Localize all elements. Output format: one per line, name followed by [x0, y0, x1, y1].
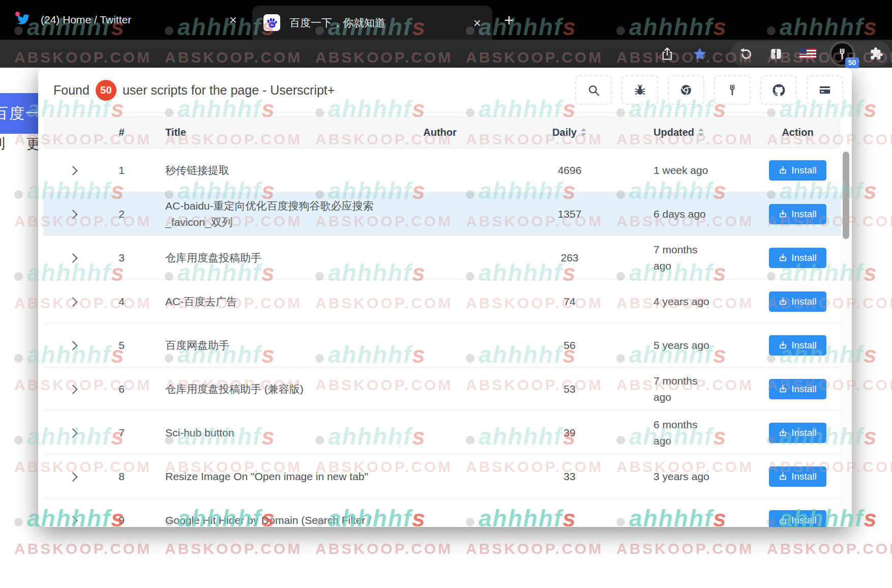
donate-card-button[interactable]	[807, 75, 843, 105]
svg-text:du: du	[270, 23, 274, 26]
scrollbar-thumb[interactable]	[843, 152, 849, 239]
expand-chevron-icon[interactable]	[68, 385, 77, 394]
install-button[interactable]: Install	[769, 291, 826, 312]
updated-ago: 1 week ago	[653, 162, 720, 179]
tab-title: (24) Home / Twitter	[41, 14, 131, 26]
header-daily-sort[interactable]: Daily	[552, 127, 587, 138]
install-download-icon	[779, 253, 787, 262]
bookmark-star-icon[interactable]	[692, 46, 708, 62]
header-updated-sort[interactable]: Updated	[653, 127, 720, 138]
twitter-bird-icon	[16, 13, 32, 26]
new-tab-button[interactable]: +	[498, 9, 520, 31]
install-label: Install	[791, 252, 817, 263]
header-title: Title	[140, 127, 394, 138]
expand-cell	[43, 471, 103, 483]
daily-installs: 4696	[486, 164, 653, 177]
install-button[interactable]: Install	[769, 510, 826, 527]
install-button[interactable]: Install	[769, 379, 826, 399]
install-button[interactable]: Install	[769, 204, 826, 224]
baidu-search-button-label: 百度一下	[0, 103, 42, 124]
popup-header: Found 50 user scripts for the page - Use…	[38, 68, 852, 113]
action-cell: Install	[720, 379, 841, 399]
expand-chevron-icon[interactable]	[68, 341, 77, 350]
expand-chevron-icon[interactable]	[68, 253, 77, 262]
table-row: 9 Google Hit Hider by Domain (Search Fil…	[43, 498, 841, 527]
found-label: Found	[53, 83, 90, 98]
install-label: Install	[791, 165, 817, 176]
script-title: AC-baidu-重定向优化百度搜狗谷歌必应搜索_favicon_双列	[140, 198, 394, 230]
expand-chevron-icon[interactable]	[68, 472, 77, 481]
daily-installs: 56	[486, 339, 653, 351]
row-index: 2	[103, 208, 140, 220]
install-download-icon	[779, 428, 787, 437]
script-title: 仓库用度盘投稿助手	[140, 250, 394, 266]
search-button[interactable]	[575, 75, 612, 105]
install-button[interactable]: Install	[769, 160, 826, 181]
table-row: 7 Sci-hub button 39 6 months ago Install	[43, 411, 841, 455]
script-title: Sci-hub button	[140, 425, 394, 441]
close-tab-icon[interactable]: ×	[227, 13, 239, 26]
install-download-icon	[779, 472, 787, 481]
script-title: Resize Image On "Open image in new tab"	[140, 468, 394, 485]
bug-report-button[interactable]	[621, 75, 658, 105]
action-cell: Install	[720, 335, 841, 356]
tab-title: 百度一下，你就知道	[289, 16, 385, 30]
row-index: 6	[103, 383, 140, 395]
install-label: Install	[791, 384, 817, 395]
install-label: Install	[791, 427, 817, 438]
action-cell: Install	[720, 248, 841, 268]
expand-chevron-icon[interactable]	[68, 166, 77, 175]
tab-twitter[interactable]: (24) Home / Twitter ×	[7, 5, 246, 35]
install-button[interactable]: Install	[769, 466, 826, 487]
table-row: 3 仓库用度盘投稿助手 263 7 months ago Install	[43, 236, 841, 280]
undo-extension-icon[interactable]	[737, 46, 753, 62]
expand-chevron-icon[interactable]	[68, 210, 77, 219]
install-download-icon	[779, 297, 787, 306]
header-action: Action	[769, 127, 826, 138]
script-title: 仓库用度盘投稿助手 (兼容版)	[140, 381, 394, 397]
install-button[interactable]: Install	[769, 423, 826, 443]
popup-title: Found 50 user scripts for the page - Use…	[53, 80, 335, 101]
close-tab-icon[interactable]: ×	[471, 16, 483, 30]
github-button[interactable]	[760, 75, 797, 105]
expand-chevron-icon[interactable]	[68, 428, 77, 437]
install-label: Install	[791, 515, 817, 526]
script-title: 秒传链接提取	[140, 162, 394, 179]
daily-installs: 263	[486, 252, 653, 264]
action-cell: Install	[720, 204, 841, 224]
chrome-store-button[interactable]	[668, 75, 704, 105]
updated-ago: 5 years ago	[653, 337, 720, 354]
userscript-popup: Found 50 user scripts for the page - Use…	[38, 68, 852, 527]
tab-baidu[interactable]: du 百度一下，你就知道 ×	[252, 6, 492, 40]
row-index: 7	[103, 427, 140, 439]
updated-ago: 4 years ago	[653, 293, 720, 310]
install-button[interactable]: Install	[769, 335, 826, 356]
expand-chevron-icon[interactable]	[68, 297, 77, 306]
userscript-plus-fork-icon[interactable]: 50	[831, 43, 853, 65]
action-cell: Install	[720, 423, 841, 443]
install-button[interactable]: Install	[769, 248, 826, 268]
expand-cell	[43, 208, 103, 220]
updated-ago: 7 months ago	[653, 373, 720, 405]
fork-button[interactable]	[714, 75, 751, 105]
expand-chevron-icon[interactable]	[68, 516, 77, 525]
book-extension-icon[interactable]	[768, 46, 784, 62]
expand-cell	[43, 383, 103, 395]
notification-dot	[15, 12, 20, 16]
table-row: 2 AC-baidu-重定向优化百度搜狗谷歌必应搜索_favicon_双列 13…	[43, 192, 841, 236]
us-flag-icon[interactable]	[799, 48, 816, 59]
baidu-search-button-fragment[interactable]: 百度一下	[0, 93, 42, 134]
header-updated-label: Updated	[653, 127, 694, 138]
action-cell: Install	[720, 291, 841, 312]
share-icon[interactable]	[659, 46, 675, 62]
daily-installs: 39	[486, 427, 653, 439]
scrollbar-track[interactable]	[841, 149, 850, 527]
header-index: #	[103, 127, 140, 138]
baidu-paw-icon: du	[263, 14, 280, 31]
header-author: Author	[394, 127, 486, 138]
daily-installs: 74	[486, 296, 653, 308]
daily-installs: 53	[486, 383, 653, 395]
puzzle-extensions-icon[interactable]	[869, 46, 884, 62]
table-row: 6 仓库用度盘投稿助手 (兼容版) 53 7 months ago Instal…	[43, 367, 841, 411]
table-row: 4 AC-百度去广告 74 4 years ago Install	[43, 280, 841, 324]
